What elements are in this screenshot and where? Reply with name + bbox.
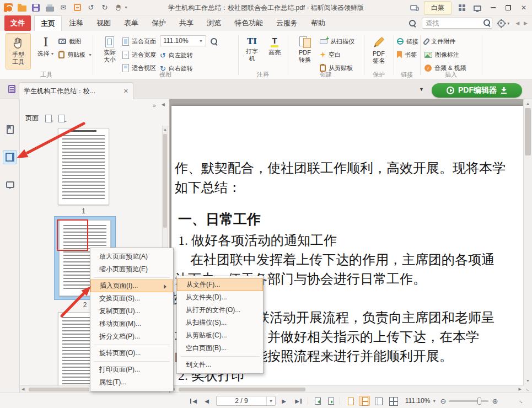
context-menu-item[interactable]: 属性(T)... (90, 376, 173, 389)
open-file-button[interactable] (17, 3, 27, 13)
from-scanner-button[interactable]: 从扫描仪 (320, 35, 354, 47)
tab-browse[interactable]: 浏览 (201, 15, 227, 31)
scrollbar-thumb[interactable] (179, 388, 305, 391)
fit-width-button[interactable]: 适合宽度 (122, 49, 156, 61)
save-button[interactable] (31, 3, 41, 13)
comments-panel-button[interactable] (3, 178, 17, 192)
quick-tool-dropdown[interactable]: ▼ (114, 3, 129, 13)
document-tab[interactable]: 学生机构工作总结：校... ✕ (19, 82, 133, 99)
tab-cloud[interactable]: 云服务 (270, 15, 304, 31)
context-menu-item[interactable]: 复制页面(U)... (90, 305, 173, 318)
panel-toggle-button[interactable] (7, 84, 17, 94)
blank-page-button[interactable]: 空白 (320, 49, 341, 61)
tab-form[interactable]: 表单 (118, 15, 144, 31)
select-tool-button[interactable]: I 选择▼ (33, 33, 58, 69)
tab-protect[interactable]: 保护 (146, 15, 172, 31)
continuous-facing-view-button[interactable] (387, 393, 399, 408)
zoom-out-button[interactable]: ⊖ (439, 393, 448, 408)
context-menu-item[interactable]: 移动页面(M)... (90, 318, 173, 330)
reduce-thumbnails-icon[interactable] (58, 115, 65, 122)
marquee-zoom-button[interactable] (211, 35, 218, 47)
highlight-button[interactable]: T 高亮 (264, 33, 286, 69)
facing-view-button[interactable] (373, 393, 385, 408)
pdf-sign-button[interactable]: PDF签名 (367, 33, 391, 69)
scroll-up-icon[interactable]: ▲ (163, 126, 167, 133)
document-vscrollbar[interactable]: ▲ ▼ (523, 99, 532, 385)
kettle-button[interactable] (409, 3, 418, 13)
minimize-button[interactable] (488, 3, 498, 13)
scroll-up-icon[interactable]: ▲ (526, 100, 530, 107)
redo-button[interactable]: ↻ (100, 3, 110, 13)
context-menu-item[interactable]: 拆分文档(P)... (90, 330, 173, 343)
tab-share[interactable]: 共享 (173, 15, 200, 31)
zoom-combobox[interactable]: 111.10% ▼ (160, 35, 206, 46)
context-menu-item[interactable]: 打印页面(P)... (90, 363, 173, 376)
scroll-down-icon[interactable]: ▼ (526, 378, 530, 384)
next-view-button[interactable] (325, 393, 336, 408)
clipboard-button[interactable]: 剪贴板▼ (58, 49, 92, 61)
fit-page-button[interactable]: 适合页面 (122, 35, 156, 47)
image-annotation-button[interactable]: 图像标注 (424, 49, 459, 61)
restore-button[interactable] (503, 3, 513, 13)
zoom-level-dropdown[interactable]: 111.10% ▼ (404, 393, 438, 408)
close-tab-icon[interactable]: ✕ (123, 88, 128, 95)
file-attachment-button[interactable]: 文件附件 (424, 35, 455, 47)
page-number-combobox[interactable]: 2 / 9 ▼ (216, 396, 276, 406)
previous-view-button[interactable] (312, 393, 323, 408)
bookmark-button[interactable]: 书签 (397, 49, 417, 61)
last-page-button[interactable]: ▶ (292, 393, 304, 408)
context-menu-item[interactable]: 缩小页面预览(E) (90, 263, 173, 276)
zoom-slider-thumb[interactable] (477, 398, 481, 405)
mail-button[interactable]: ✉ (58, 3, 68, 13)
resize-corner[interactable]: ↔ (523, 385, 532, 393)
pdf-editor-button[interactable]: PDF编辑器 (432, 83, 522, 98)
context-menu-item[interactable]: 旋转页面(O)... (90, 347, 173, 359)
submenu-item[interactable]: 到文件... (177, 358, 263, 371)
apps-grid-button[interactable] (457, 3, 467, 13)
tab-view[interactable]: 视图 (90, 15, 117, 31)
submenu-item-from-file[interactable]: 从文件(F)... (177, 278, 263, 291)
undo-button[interactable]: ↺ (86, 3, 96, 13)
next-page-button[interactable]: ▶ (279, 393, 289, 408)
submenu-item[interactable]: 空白页面(B)... (177, 342, 263, 355)
scroll-left-icon[interactable]: ◀ (22, 386, 24, 393)
page-thumbnail-1[interactable] (58, 128, 109, 205)
snapshot-button[interactable]: 截图 (58, 35, 81, 47)
ribbon-scroll-left[interactable]: ◀ (515, 20, 519, 26)
single-page-view-button[interactable] (344, 393, 356, 408)
submenu-item[interactable]: 从扫描仪(S)... (177, 316, 263, 329)
scroll-right-icon[interactable]: ▶ (519, 386, 522, 393)
submenu-item[interactable]: 从剪贴板(C)... (177, 329, 263, 342)
zoom-in-button[interactable]: ⊕ (491, 393, 499, 408)
context-menu-item[interactable]: 交换页面(S)... (90, 292, 173, 305)
submenu-item[interactable]: 从文件夹(D)... (177, 291, 263, 304)
rotate-left-button[interactable]: ↺向左旋转 (160, 49, 193, 61)
bookmarks-panel-button[interactable] (3, 122, 17, 137)
tab-home[interactable]: 主页 (34, 15, 62, 31)
tab-help[interactable]: 帮助 (305, 15, 331, 31)
scrollbar-thumb[interactable] (163, 134, 167, 228)
zoom-slider[interactable] (449, 400, 488, 402)
tab-list-dropdown[interactable]: ▼ (419, 87, 424, 92)
fullscreen-button[interactable]: ↔ (516, 393, 527, 408)
baicai-tab[interactable]: 白菜 (424, 1, 452, 15)
reading-mode-button[interactable] (472, 3, 482, 13)
link-button[interactable]: 链接 (397, 35, 418, 47)
scrollbar-thumb[interactable] (525, 108, 531, 155)
continuous-view-button[interactable] (358, 393, 370, 408)
search-go-icon[interactable] (483, 19, 491, 26)
pdf-convert-button[interactable]: PDF转换 (292, 33, 318, 69)
close-button[interactable]: ✕ (519, 3, 529, 13)
tab-comment[interactable]: 注释 (63, 15, 89, 31)
document-hscrollbar[interactable]: ◀ ▶ (170, 385, 523, 393)
first-page-button[interactable]: ◀ (187, 393, 200, 408)
enlarge-thumbnails-icon[interactable] (45, 115, 52, 122)
pages-panel-button[interactable] (3, 150, 17, 164)
submenu-item[interactable]: 从打开的文件(O)... (177, 304, 263, 316)
context-menu-item[interactable]: 放大页面预览(A) (90, 250, 173, 263)
scan-button[interactable] (72, 3, 82, 13)
panel-collapse-icon[interactable]: ◀ (162, 102, 165, 109)
typewriter-button[interactable]: TI 打字机 (241, 33, 263, 69)
tab-features[interactable]: 特色功能 (228, 15, 269, 31)
search-input[interactable] (422, 18, 492, 29)
